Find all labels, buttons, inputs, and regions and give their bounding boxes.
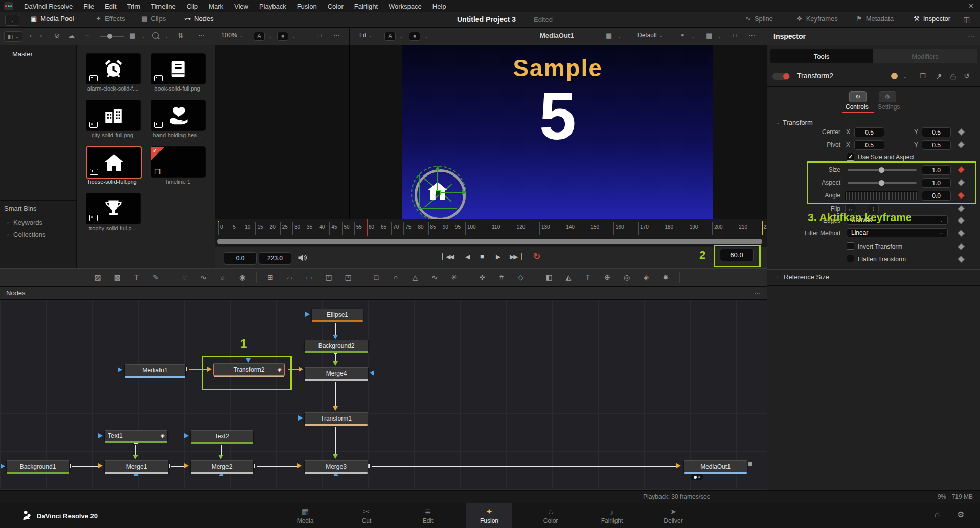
spline-toggle[interactable]: ∿ Spline <box>745 15 773 23</box>
ellipse-mask-icon[interactable]: ○ <box>389 273 402 281</box>
input-port[interactable] <box>305 312 310 317</box>
text-plus-icon[interactable]: T <box>130 273 143 281</box>
clip-alarm-clock[interactable] <box>86 53 141 84</box>
page-deliver[interactable]: ➤Deliver <box>650 503 696 528</box>
clips-toggle[interactable]: ▤ Clips <box>141 15 166 23</box>
sidebar-toggle-button[interactable]: ◧⌄ <box>4 31 22 42</box>
page-color[interactable]: ∴Color <box>528 503 574 528</box>
node-color-swatch[interactable] <box>891 73 898 79</box>
letterbox-icon[interactable]: ▭ <box>303 273 316 281</box>
fast-noise-icon[interactable]: ▩ <box>110 273 124 281</box>
menu-item-workspace[interactable]: Workspace <box>389 3 422 10</box>
controls-tab-icon[interactable]: ↻ <box>849 91 867 102</box>
smart-bin-collections[interactable]: Collections <box>13 231 46 238</box>
invert-keyframe-diamond[interactable] <box>958 243 965 250</box>
viewer2-expand-icon[interactable]: □ <box>733 32 737 39</box>
pivot-keyframe-diamond[interactable] <box>958 141 965 148</box>
node-merge1[interactable]: Merge1 <box>104 460 169 472</box>
page-cut[interactable]: ✂Cut <box>344 503 390 528</box>
bspline-mask-icon[interactable]: ∿ <box>428 273 441 281</box>
reset-icon[interactable]: ↺ <box>964 72 970 80</box>
page-fusion[interactable]: ✦Fusion <box>466 503 512 528</box>
viewer-3d-icon[interactable]: ● <box>681 32 685 38</box>
current-frame-field[interactable]: 60.0 <box>720 249 754 261</box>
metadata-toggle[interactable]: ⚑ Metadata <box>856 15 894 23</box>
viewer1-zoom-dropdown[interactable]: 100%⌄ <box>221 32 243 39</box>
search-icon[interactable] <box>152 32 159 39</box>
text-3d-icon[interactable]: T <box>581 273 595 281</box>
menu-item-fusion[interactable]: Fusion <box>297 3 317 10</box>
node-merge2[interactable]: Merge2 <box>190 460 254 472</box>
audio-mute-icon[interactable] <box>297 253 307 263</box>
clip-house[interactable] <box>86 146 142 179</box>
inspector-toggle[interactable]: ⚒ Inspector <box>914 15 950 23</box>
camera-3d-icon[interactable]: ◎ <box>620 273 633 281</box>
color-curves-icon[interactable]: ∿ <box>197 273 210 281</box>
menu-item-fairlight[interactable]: Fairlight <box>354 3 378 10</box>
effects-toggle[interactable]: ✦ Effects <box>96 15 125 23</box>
center-keyframe-diamond[interactable] <box>958 128 965 136</box>
nodes-panel-options-icon[interactable]: ⋯ <box>754 289 761 297</box>
loop-button[interactable]: ↻ <box>533 251 540 262</box>
gear-icon[interactable]: ⚙ <box>957 510 964 519</box>
chevron-right-icon[interactable]: › <box>777 275 778 280</box>
image-plane-3d-icon[interactable]: ◧ <box>542 273 556 281</box>
spot-light-3d-icon[interactable]: ✸ <box>659 273 672 281</box>
home-icon[interactable]: ⌂ <box>935 510 940 520</box>
page-edit[interactable]: ≣Edit <box>405 503 451 528</box>
flatten-transform-checkbox[interactable] <box>847 255 854 262</box>
node-background2[interactable]: Background2 <box>304 340 369 351</box>
center-handle[interactable] <box>436 190 441 195</box>
menu-item-playback[interactable]: Playback <box>259 3 286 10</box>
viewer2-channel-button[interactable]: ■ <box>409 32 420 41</box>
section-reference-size[interactable]: Reference Size <box>784 273 829 281</box>
node-ellipse1[interactable]: Ellipse1 <box>311 309 363 320</box>
node-merge3[interactable]: Merge3 <box>304 460 368 472</box>
hue-curves-icon[interactable]: ◉ <box>236 273 249 281</box>
nodes-toggle[interactable]: ⊶ Nodes <box>184 15 214 23</box>
step-back-button[interactable]: ◀ <box>465 253 470 260</box>
back-icon[interactable]: ‹ <box>30 32 32 39</box>
background-icon[interactable]: ▨ <box>91 273 104 281</box>
node-text2[interactable]: Text2 <box>190 430 254 442</box>
viewer2-ab-buffer-button[interactable]: A <box>384 32 396 41</box>
viewer2-zoom-dropdown[interactable]: Fit⌄ <box>359 32 372 39</box>
menu-item-color[interactable]: Color <box>328 3 344 10</box>
input-port[interactable] <box>118 367 122 372</box>
crop-icon[interactable]: ◳ <box>322 273 335 281</box>
menu-item-edit[interactable]: Edit <box>105 3 116 10</box>
merge-3d-icon[interactable]: ⊕ <box>601 273 614 281</box>
menu-item-file[interactable]: File <box>83 3 94 10</box>
input-port[interactable] <box>370 370 374 376</box>
unlink-icon[interactable]: ⊘ <box>54 32 60 39</box>
window-minimize-icon[interactable]: — <box>950 2 956 9</box>
play-button[interactable]: ▶ <box>496 253 500 260</box>
node-text1[interactable]: Text1◈ <box>104 430 168 441</box>
viewer-canvas[interactable]: Sample 5 <box>402 45 713 219</box>
node-enable-toggle[interactable] <box>772 73 790 80</box>
renderer-3d-icon[interactable]: ◈ <box>640 273 653 281</box>
window-close-icon[interactable]: ✕ <box>968 2 974 10</box>
flip-keyframe-diamond[interactable] <box>958 205 965 212</box>
range-start-field[interactable]: 0.0 <box>224 252 257 265</box>
go-to-start-button[interactable]: ▏◀◀ <box>442 253 453 260</box>
tracker-icon[interactable]: ✜ <box>475 273 489 281</box>
timeline-ruler[interactable]: 0510152025303540455055606570758085909510… <box>215 219 767 236</box>
filter-method-dropdown[interactable]: Linear⌄ <box>847 228 948 237</box>
viewer-grid-icon[interactable]: ▦ <box>606 32 612 39</box>
keyframes-toggle[interactable]: ❖ Keyframes <box>796 15 838 23</box>
cloud-icon[interactable]: ☁ <box>68 32 75 39</box>
clip-trophy[interactable] <box>86 193 141 224</box>
page-media[interactable]: ▦Media <box>282 503 328 528</box>
forward-icon[interactable]: › <box>40 32 42 39</box>
sort-icon[interactable]: ⇅ <box>178 32 184 39</box>
menu-item-mark[interactable]: Mark <box>209 3 223 10</box>
filter-keyframe-diamond[interactable] <box>958 230 965 237</box>
tab-tools[interactable]: Tools <box>770 49 873 63</box>
viewer1-expand-icon[interactable]: □ <box>318 32 322 39</box>
thumb-size-slider[interactable] <box>100 36 124 37</box>
menu-item-trim[interactable]: Trim <box>127 3 141 10</box>
smart-bin-keywords[interactable]: Keywords <box>13 218 42 226</box>
panel-layout-icon[interactable]: ◫ <box>963 15 970 24</box>
input-port[interactable] <box>184 433 189 438</box>
